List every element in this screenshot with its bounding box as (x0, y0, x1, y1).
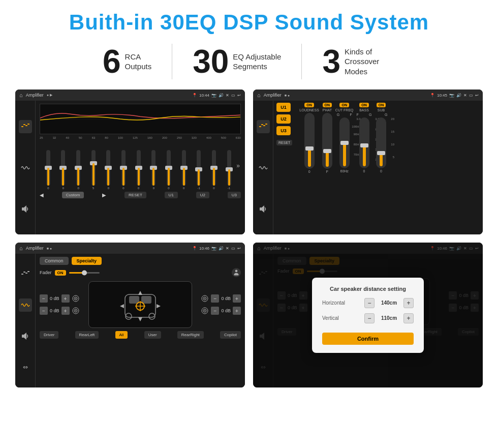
db-plus-rl[interactable]: + (61, 307, 70, 315)
fader-tab-common[interactable]: Common (40, 257, 69, 265)
crossover-sidebar-speaker-icon[interactable] (257, 202, 270, 216)
eq-u1-btn[interactable]: U1 (165, 192, 178, 198)
svg-marker-12 (262, 205, 264, 213)
eq-u2-btn[interactable]: U2 (196, 192, 209, 198)
eq-u3-btn[interactable]: U3 (228, 192, 241, 198)
dialog-horizontal-value: 140cm (378, 300, 400, 306)
eq-slider-2[interactable]: 0 (56, 150, 71, 190)
crossover-presets: U1 U2 U3 RESET (276, 103, 292, 232)
eq-slider-8[interactable]: 0 (146, 150, 161, 190)
eq-slider-6[interactable]: 0 (116, 150, 131, 190)
preset-u1-btn[interactable]: U1 (276, 103, 291, 112)
crossover-reset-btn[interactable]: RESET (276, 140, 292, 145)
fader-right-controls: − 0 dB + − 0 dB + (195, 294, 241, 315)
db-control-rr: − 0 dB + (201, 307, 241, 315)
eq-main-content: 2532405063 80100125160200 25032040050063… (36, 101, 245, 234)
svg-rect-8 (261, 124, 263, 125)
stat-crossover-number: 3 (322, 45, 340, 78)
fader-rearright-btn[interactable]: RearRight (177, 331, 204, 339)
fader-vol-icon: 🔊 (219, 246, 224, 251)
bass-col: ON BASS FG 3.0 2.5 2.0 1.5 (357, 103, 372, 232)
eq-slider-13[interactable]: -1 (222, 150, 237, 190)
fader-label-row: Fader ON (40, 268, 241, 277)
crossover-sidebar-eq-icon[interactable] (257, 120, 270, 133)
cutfreq-slider[interactable]: 3.0 100Hz 90Hz 80Hz 70Hz (339, 117, 350, 168)
bass-toggle[interactable]: ON (359, 103, 369, 107)
eq-sidebar-wave-icon[interactable] (19, 161, 32, 174)
screen-crossover: ⌂ Amplifier ■ ● 📍 10:45 📷 🔊 ✕ ▭ ↩ (253, 89, 483, 234)
svg-rect-16 (27, 271, 29, 272)
phat-slider[interactable] (322, 113, 332, 169)
eq-slider-9[interactable]: 0 (161, 150, 176, 190)
eq-slider-11[interactable]: -1 (191, 150, 206, 190)
fader-driver-btn[interactable]: Driver (40, 331, 58, 339)
bass-slider[interactable]: 3.0 2.5 2.0 1.5 1.0 (359, 117, 369, 168)
loudness-slider[interactable] (304, 113, 315, 169)
fader-on-badge[interactable]: ON (55, 270, 66, 276)
eq-slider-12[interactable]: 0 (206, 150, 222, 190)
fader-sidebar-speaker-icon[interactable] (19, 330, 32, 343)
loudness-toggle[interactable]: ON (304, 103, 314, 107)
eq-topbar: ⌂ Amplifier ● ▶ 📍 10:44 📷 🔊 ✕ ▭ ↩ (15, 89, 245, 101)
fader-more-icon: ✕ (226, 246, 229, 251)
eq-prev-icon[interactable]: ◀ (40, 192, 44, 198)
crossover-time: 10:45 (437, 93, 447, 98)
eq-back-icon[interactable]: ↩ (237, 93, 241, 98)
fader-copilot-btn[interactable]: Copilot (220, 331, 241, 339)
db-plus-rr[interactable]: + (233, 307, 241, 315)
sub-toggle[interactable]: ON (377, 103, 386, 107)
eq-slider-3[interactable]: 0 (71, 150, 86, 190)
eq-dots: ● ▶ (47, 93, 52, 97)
cutfreq-toggle[interactable]: ON (339, 103, 349, 107)
eq-custom-btn[interactable]: Custom (62, 192, 84, 198)
fader-all-btn[interactable]: All (115, 331, 128, 339)
db-minus-fr[interactable]: − (211, 294, 219, 303)
sub-label: SUB (378, 108, 385, 112)
page-title: Buith-in 30EQ DSP Sound System (15, 10, 483, 35)
fader-dots: ■ ● (47, 247, 52, 250)
crossover-sidebar-wave-icon[interactable] (257, 161, 270, 174)
preset-u2-btn[interactable]: U2 (276, 114, 291, 124)
db-minus-rr[interactable]: − (211, 307, 219, 315)
dialog-confirm-button[interactable]: Confirm (322, 333, 414, 345)
eq-slider-1[interactable]: 0 (41, 150, 56, 190)
fader-back-icon[interactable]: ↩ (237, 246, 241, 251)
eq-slider-5[interactable]: 0 (101, 150, 116, 190)
db-minus-fl[interactable]: − (40, 294, 48, 303)
svg-marker-38 (138, 317, 142, 321)
fader-user-btn[interactable]: User (144, 331, 161, 339)
svg-point-21 (82, 271, 87, 276)
fader-sidebar-eq-icon[interactable] (19, 267, 32, 281)
sub-slider[interactable]: 20 15 10 5 (376, 117, 386, 168)
dialog-vertical-plus[interactable]: + (403, 313, 414, 323)
eq-graph (40, 104, 241, 134)
eq-sidebar-eq-icon[interactable] (19, 120, 32, 133)
svg-rect-0 (21, 126, 23, 127)
home-icon[interactable]: ⌂ (19, 92, 23, 98)
cutfreq-label: CUT FREQ (335, 108, 354, 112)
fader-home-icon[interactable]: ⌂ (19, 245, 23, 251)
db-plus-fr[interactable]: + (233, 294, 241, 303)
crossover-back-icon[interactable]: ↩ (475, 93, 479, 98)
crossover-home-icon[interactable]: ⌂ (257, 92, 261, 98)
dialog-vertical-minus[interactable]: − (364, 313, 375, 323)
fader-sidebar-arrow-icon[interactable]: ⇔ (19, 361, 32, 374)
db-plus-fl[interactable]: + (61, 294, 70, 303)
dialog-horizontal-plus[interactable]: + (403, 298, 414, 308)
eq-sidebar-speaker-icon[interactable] (19, 202, 32, 216)
fader-sidebar-wave-icon[interactable] (19, 298, 32, 312)
eq-expand-icon[interactable]: » (236, 162, 240, 169)
eq-play-icon[interactable]: ▶ (102, 192, 106, 198)
preset-u3-btn[interactable]: U3 (276, 126, 291, 135)
eq-slider-10[interactable]: 0 (176, 150, 192, 190)
dialog-vertical-ctrl: − 110cm + (364, 313, 414, 323)
eq-slider-4[interactable]: 5 (86, 150, 101, 190)
db-minus-rl[interactable]: − (40, 307, 48, 315)
fader-tab-specialty[interactable]: Specialty (72, 257, 102, 265)
eq-slider-7[interactable]: 0 (131, 150, 146, 190)
screen-eq: ⌂ Amplifier ● ▶ 📍 10:44 📷 🔊 ✕ ▭ ↩ (15, 89, 245, 234)
phat-toggle[interactable]: ON (323, 103, 332, 107)
fader-rearleft-btn[interactable]: RearLeft (75, 331, 99, 339)
eq-reset-btn[interactable]: RESET (124, 192, 146, 198)
dialog-horizontal-minus[interactable]: − (364, 298, 375, 308)
